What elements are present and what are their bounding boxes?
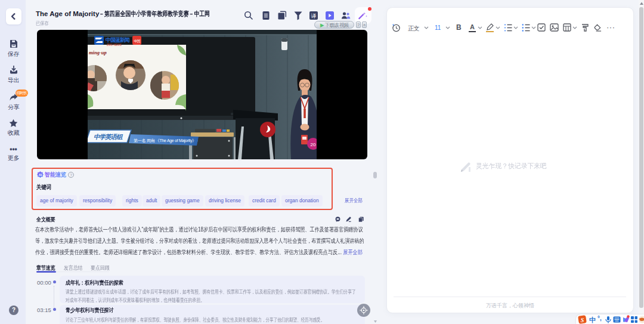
svg-text:中国: 中国 [134, 39, 141, 44]
svg-text:ming-up: ming-up [89, 50, 107, 55]
svg-text:译: 译 [311, 13, 317, 19]
svg-text:ZMG NEWS: ZMG NEWS [107, 44, 122, 47]
svg-text:中国蓝新闻: 中国蓝新闻 [106, 37, 130, 43]
svg-text:第一名 周甪 《The Age of Majority》: 第一名 周甪 《The Age of Majority》 [134, 138, 196, 143]
svg-text:S: S [581, 317, 584, 323]
svg-text:中学英语组: 中学英语组 [94, 133, 123, 140]
svg-text:AI: AI [39, 173, 42, 177]
svg-text:20: 20 [311, 142, 316, 147]
